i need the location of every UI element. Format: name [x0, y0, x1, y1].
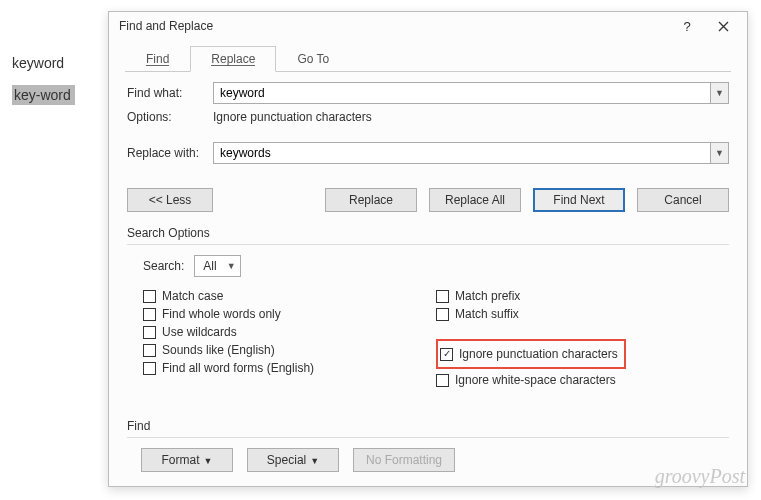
format-button[interactable]: Format▼ [141, 448, 233, 472]
replace-with-field[interactable] [214, 143, 710, 163]
search-direction-value: All [203, 259, 216, 273]
checkbox-label: Find all word forms (English) [162, 361, 314, 375]
tab-replace[interactable]: Replace [190, 46, 276, 72]
no-formatting-button: No Formatting [353, 448, 455, 472]
checkbox-label: Ignore white-space characters [455, 373, 616, 387]
chevron-down-icon: ▼ [204, 456, 213, 466]
options-label: Options: [127, 110, 213, 124]
find-what-input[interactable]: ▼ [213, 82, 729, 104]
divider [127, 437, 729, 438]
checkbox-match-suffix[interactable]: Match suffix [436, 307, 729, 321]
checkbox-match-case[interactable]: Match case [143, 289, 436, 303]
close-icon [718, 21, 729, 32]
checkbox-ignore-punctuation[interactable]: ✓Ignore punctuation characters [440, 347, 618, 361]
find-what-field[interactable] [214, 83, 710, 103]
search-direction-label: Search: [143, 259, 184, 273]
replace-button[interactable]: Replace [325, 188, 417, 212]
checkbox-label: Sounds like (English) [162, 343, 275, 357]
chevron-down-icon[interactable]: ▼ [710, 83, 728, 103]
find-next-button[interactable]: Find Next [533, 188, 625, 212]
checkbox-ignore-whitespace[interactable]: Ignore white-space characters [436, 373, 729, 387]
replace-with-label: Replace with: [127, 146, 213, 160]
chevron-down-icon[interactable]: ▼ [710, 143, 728, 163]
tab-find-label: Find [146, 53, 169, 66]
checkbox-label: Use wildcards [162, 325, 237, 339]
less-button[interactable]: << Less [127, 188, 213, 212]
checkbox-whole-words[interactable]: Find whole words only [143, 307, 436, 321]
checkbox-match-prefix[interactable]: Match prefix [436, 289, 729, 303]
search-direction-select[interactable]: All ▼ [194, 255, 240, 277]
search-options-label: Search Options [127, 226, 729, 240]
button-label: Format [162, 453, 200, 467]
find-what-label: Find what: [127, 86, 213, 100]
watermark: groovyPost [655, 465, 745, 488]
tab-find[interactable]: Find [125, 46, 190, 72]
checkbox-label: Find whole words only [162, 307, 281, 321]
special-button[interactable]: Special▼ [247, 448, 339, 472]
replace-with-input[interactable]: ▼ [213, 142, 729, 164]
divider [127, 244, 729, 245]
checkbox-label: Match prefix [455, 289, 520, 303]
chevron-down-icon: ▼ [310, 456, 319, 466]
tab-goto[interactable]: Go To [276, 46, 350, 72]
checkbox-label: Match suffix [455, 307, 519, 321]
document-area: keyword key-word [12, 55, 75, 119]
dialog-title: Find and Replace [119, 19, 669, 33]
button-label: Special [267, 453, 306, 467]
titlebar: Find and Replace ? [109, 12, 747, 40]
options-value: Ignore punctuation characters [213, 110, 372, 124]
find-group-label: Find [127, 419, 729, 433]
highlighted-option: ✓Ignore punctuation characters [436, 339, 626, 369]
replace-all-button[interactable]: Replace All [429, 188, 521, 212]
checkbox-word-forms[interactable]: Find all word forms (English) [143, 361, 436, 375]
help-button[interactable]: ? [669, 12, 705, 40]
tab-replace-label: Replace [211, 53, 255, 66]
tab-bar: Find Replace Go To [109, 40, 747, 72]
chevron-down-icon: ▼ [227, 261, 236, 271]
cancel-button[interactable]: Cancel [637, 188, 729, 212]
checkbox-label: Ignore punctuation characters [459, 347, 618, 361]
close-button[interactable] [705, 12, 741, 40]
checkbox-use-wildcards[interactable]: Use wildcards [143, 325, 436, 339]
document-word-selected: key-word [12, 85, 75, 105]
checkbox-sounds-like[interactable]: Sounds like (English) [143, 343, 436, 357]
checkbox-label: Match case [162, 289, 223, 303]
find-replace-dialog: Find and Replace ? Find Replace Go To Fi… [108, 11, 748, 487]
document-word: keyword [12, 55, 75, 71]
